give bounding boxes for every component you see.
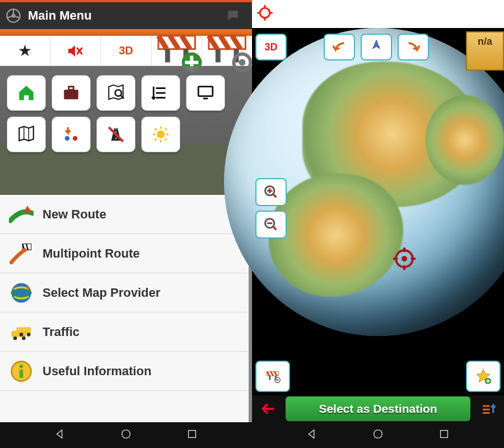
shortcut-grid [7, 75, 245, 152]
svg-point-39 [402, 256, 407, 262]
sun-icon [151, 125, 170, 144]
weather-shortcut[interactable] [141, 116, 180, 152]
status-box[interactable]: n/a [466, 31, 504, 71]
chat-icon[interactable] [224, 7, 242, 25]
menu-new-route[interactable]: New Route [0, 195, 249, 234]
list-up-icon [480, 400, 497, 417]
nav-back[interactable] [306, 428, 318, 442]
svg-rect-11 [64, 90, 78, 99]
svg-rect-15 [203, 98, 208, 100]
globe-icon [9, 281, 34, 305]
svg-point-20 [10, 260, 13, 264]
map-icon [17, 125, 36, 144]
monitor-icon [196, 83, 215, 102]
crosshair-icon[interactable] [256, 4, 273, 24]
android-navbar [0, 422, 252, 448]
new-route-icon [9, 202, 34, 227]
svg-point-27 [20, 333, 24, 337]
shortcut-area [0, 66, 252, 195]
traffic-settings-button[interactable] [202, 36, 252, 66]
svg-point-30 [20, 364, 24, 368]
main-menu-screen: Main Menu ★ 3D [0, 0, 252, 448]
svg-rect-41 [269, 376, 270, 380]
highway-avoid-shortcut[interactable] [96, 116, 136, 152]
menu-label: New Route [43, 207, 106, 222]
work-shortcut[interactable] [52, 75, 91, 111]
list-icon [151, 83, 170, 102]
zoom-in-icon [263, 184, 279, 200]
map-top-bar [252, 0, 504, 28]
menu-multipoint-route[interactable]: Multipoint Route [0, 234, 249, 273]
zoom-out-button[interactable] [255, 211, 287, 239]
svg-rect-31 [20, 369, 24, 377]
compass-button[interactable] [361, 34, 392, 60]
destination-options-button[interactable] [473, 400, 504, 417]
svg-point-46 [374, 430, 382, 438]
traffic-add-button[interactable] [152, 36, 202, 66]
target-icon [393, 248, 416, 270]
menu-list: New Route Multipoint Route Select Map Pr… [0, 195, 252, 422]
favorites-button[interactable]: ★ [0, 36, 50, 66]
menu-map-provider[interactable]: Select Map Provider [0, 273, 249, 312]
mute-icon [67, 44, 84, 58]
status-label: n/a [478, 36, 492, 48]
svg-point-10 [239, 59, 245, 66]
download-shortcut[interactable] [52, 116, 91, 152]
android-navbar [252, 422, 504, 448]
view-mode-button[interactable]: 3D [255, 34, 287, 60]
select-destination-button[interactable]: Select as Destination [286, 396, 470, 421]
menu-useful-info[interactable]: Useful Information [0, 352, 249, 391]
map-shortcut[interactable] [7, 116, 46, 152]
back-arrow-icon [259, 400, 276, 417]
svg-rect-3 [165, 49, 170, 63]
compass-icon [368, 39, 384, 55]
view-mode-button[interactable]: 3D [101, 36, 151, 66]
nav-recent[interactable] [438, 428, 450, 442]
svg-point-1 [12, 14, 16, 18]
top-toolbar: ★ 3D [0, 36, 252, 66]
menu-label: Useful Information [43, 364, 151, 379]
rotate-right-button[interactable] [398, 34, 429, 60]
back-button[interactable] [252, 400, 283, 417]
svg-rect-12 [69, 87, 74, 90]
screen-shortcut[interactable] [186, 75, 225, 111]
menu-traffic[interactable]: Traffic [0, 312, 249, 352]
nav-recent[interactable] [186, 428, 198, 442]
svg-point-18 [157, 130, 165, 138]
destination-label: Select as Destination [319, 402, 437, 416]
menu-label: Select Map Provider [43, 286, 160, 300]
info-icon [9, 359, 34, 384]
steering-wheel-icon[interactable] [4, 7, 22, 25]
rotate-left-button[interactable] [324, 34, 355, 60]
traffic-icon [9, 320, 34, 344]
svg-rect-7 [216, 49, 221, 63]
nav-back[interactable] [54, 428, 66, 442]
zoom-in-button[interactable] [255, 178, 287, 206]
multipoint-icon [9, 241, 34, 266]
page-title: Main Menu [28, 8, 224, 23]
search-map-icon [106, 83, 125, 102]
rotate-right-icon [405, 39, 421, 55]
svg-rect-14 [198, 87, 213, 96]
nav-home[interactable] [120, 428, 132, 442]
svg-point-32 [122, 430, 130, 438]
home-icon [17, 83, 36, 102]
svg-point-17 [73, 136, 78, 141]
target-marker [393, 248, 416, 270]
nav-home[interactable] [372, 428, 384, 442]
add-favorite-button[interactable] [466, 361, 501, 392]
search-map-shortcut[interactable] [96, 75, 136, 111]
zoom-out-icon [263, 217, 279, 232]
list-shortcut[interactable] [141, 75, 180, 111]
svg-point-34 [260, 8, 270, 18]
svg-rect-47 [441, 431, 448, 438]
traffic-settings-button[interactable] [255, 361, 290, 392]
mute-button[interactable] [50, 36, 101, 66]
star-add-icon [475, 368, 491, 384]
map-view[interactable]: 3D n/a [252, 28, 504, 422]
svg-point-28 [27, 333, 31, 337]
3d-icon: 3D [119, 44, 133, 57]
home-shortcut[interactable] [7, 75, 46, 111]
3d-icon: 3D [264, 41, 277, 53]
menu-label: Multipoint Route [43, 246, 140, 261]
